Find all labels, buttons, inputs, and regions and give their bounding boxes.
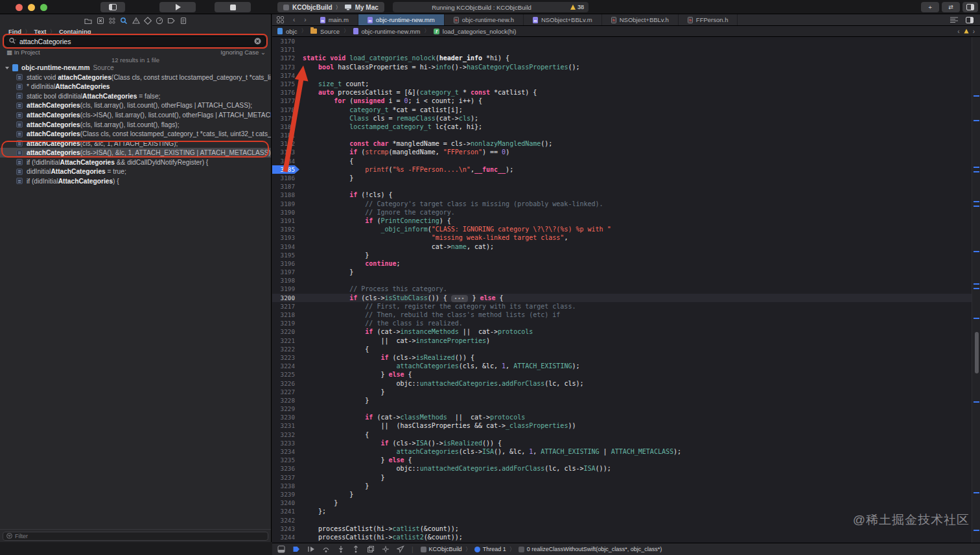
code-text[interactable]: } [299, 482, 369, 490]
code-text[interactable]: // Ignore the category. [299, 208, 455, 217]
code-text[interactable]: auto processCatlist = [&](category_t * c… [299, 88, 537, 97]
continue-icon[interactable] [307, 545, 315, 553]
code-text[interactable] [299, 276, 303, 285]
line-number[interactable]: 3191 [272, 217, 299, 225]
line-number[interactable]: 3241 [272, 507, 299, 515]
code-text[interactable]: { [299, 157, 353, 165]
search-result-row[interactable]: * didInitialAttachCategories [0, 82, 271, 92]
search-result-row[interactable]: static bool didInitialAttachCategories =… [0, 91, 271, 101]
symbols-icon[interactable] [108, 16, 117, 25]
tab-main.m[interactable]: m main.m [311, 14, 358, 25]
tab-NSObject+BBLv.h[interactable]: h NSObject+BBLv.h [602, 14, 679, 25]
code-text[interactable]: } [299, 174, 353, 182]
source-editor[interactable]: 317031713172static void load_categories_… [272, 37, 980, 543]
line-number[interactable]: 3192 [272, 225, 299, 233]
line-number[interactable]: 3177 [272, 97, 299, 105]
toggle-navigator-button[interactable] [100, 2, 125, 12]
tab-objc-runtime-new.mm[interactable]: m objc-runtime-new.mm [358, 14, 445, 25]
search-result-row[interactable]: attachCategories(cls->ISA(), list.array(… [0, 110, 271, 120]
run-button[interactable] [159, 2, 196, 12]
code-text[interactable]: // Then, rebuild the class's method list… [299, 311, 560, 319]
code-text[interactable]: objc::unattachedCategories.addForClass(l… [299, 464, 611, 473]
line-number[interactable]: 3231 [272, 421, 299, 430]
code-text[interactable]: attachCategories(cls->ISA(), &lc, 1, ATT… [299, 447, 681, 456]
debug-gauge-icon[interactable] [155, 16, 164, 25]
related-items-icon[interactable] [272, 14, 288, 25]
line-number[interactable]: 3223 [272, 353, 299, 362]
disclosure-triangle-icon[interactable] [5, 67, 9, 69]
line-number[interactable]: 3228 [272, 396, 299, 405]
close-button[interactable] [16, 4, 23, 11]
code-text[interactable] [299, 71, 303, 80]
line-number[interactable]: 3217 [272, 302, 299, 311]
line-number[interactable]: 3236 [272, 464, 299, 473]
code-text[interactable]: bool hasClassProperties = hi->info()->ha… [299, 63, 580, 71]
line-number[interactable]: 3229 [272, 405, 299, 413]
line-number[interactable]: 3224 [272, 362, 299, 370]
zoom-button[interactable] [40, 4, 47, 11]
code-text[interactable]: } [299, 490, 353, 499]
breakpoints-icon[interactable] [167, 16, 176, 25]
scope-ignoring-case[interactable]: Ignoring Case ⌄ [220, 49, 266, 56]
source-control-icon[interactable] [96, 16, 105, 25]
line-number[interactable]: 3196 [272, 259, 299, 268]
jump-crumb-objc[interactable]: objc [277, 28, 297, 35]
step-over-icon[interactable] [322, 545, 330, 553]
view-hierarchy-icon[interactable] [367, 545, 375, 553]
add-editor-button[interactable]: ＋ [921, 2, 939, 12]
prev-issue-button[interactable]: ‹ [957, 28, 959, 35]
code-text[interactable]: locstamped_category_t lc{cat, hi}; [299, 123, 482, 131]
code-text[interactable]: attachCategories(cls, &lc, 1, ATTACH_EXI… [299, 362, 580, 370]
code-text[interactable]: if (cls->isStubClass()) { ••• } else { [299, 294, 504, 302]
line-number[interactable]: 3226 [272, 379, 299, 388]
reports-icon[interactable] [179, 16, 188, 25]
scrollbar-thumb[interactable] [975, 332, 979, 373]
find-icon[interactable] [119, 16, 128, 25]
result-file-header[interactable]: objc-runtime-new.mm Source [0, 64, 271, 73]
line-number[interactable]: 3194 [272, 242, 299, 251]
line-number[interactable]: 3186 [272, 174, 299, 182]
search-result-row[interactable]: static void attachCategories(Class cls, … [0, 73, 271, 82]
search-result-row[interactable]: attachCategories(cls, list.array(), list… [0, 101, 271, 111]
editor-layout-icon[interactable] [966, 17, 974, 23]
line-number[interactable]: 3182 [272, 139, 299, 148]
code-text[interactable] [299, 405, 303, 413]
line-number[interactable]: 3239 [272, 490, 299, 499]
code-text[interactable]: } [299, 251, 369, 259]
line-number[interactable]: 3180 [272, 123, 299, 131]
clear-search-icon[interactable] [254, 38, 261, 45]
line-number[interactable]: 3219 [272, 319, 299, 327]
search-result-row[interactable]: attachCategories(cls->ISA(), &lc, 1, ATT… [0, 148, 271, 158]
code-text[interactable]: category_t *cat = catlist[i]; [299, 106, 463, 114]
breakpoint-marker[interactable]: 3185 [272, 165, 299, 174]
code-text[interactable]: static void load_categories_nolock(heade… [299, 54, 509, 62]
line-number[interactable]: 3227 [272, 388, 299, 396]
line-number[interactable]: 3172 [272, 54, 299, 62]
line-number[interactable]: 3181 [272, 131, 299, 139]
tab-NSObject+BBLv.m[interactable]: m NSObject+BBLv.m [524, 14, 602, 25]
search-result-row[interactable]: attachCategories(cls, &lc, 1, ATTACH_EXI… [0, 139, 271, 148]
hide-debug-area-icon[interactable] [277, 545, 285, 553]
line-number[interactable]: 3244 [272, 533, 299, 541]
code-text[interactable]: } [299, 396, 369, 405]
code-text[interactable]: } else { [299, 456, 412, 464]
stop-button[interactable] [215, 2, 251, 12]
code-text[interactable]: } [299, 268, 353, 276]
code-text[interactable]: _objc_inform("CLASS: IGNORING category \… [299, 225, 611, 233]
code-text[interactable] [299, 131, 303, 139]
line-number[interactable]: 3218 [272, 311, 299, 319]
code-text[interactable]: continue; [299, 259, 401, 268]
step-into-icon[interactable] [337, 545, 345, 553]
code-text[interactable] [299, 516, 303, 525]
line-number[interactable]: 3200 [272, 294, 299, 302]
search-result-row[interactable]: if (didInitialAttachCategories) { [0, 176, 271, 186]
code-text[interactable]: } [299, 499, 338, 507]
line-number[interactable]: 3187 [272, 182, 299, 191]
code-text[interactable]: const char *mangledName = cls->nonlazyMa… [299, 139, 552, 148]
code-text[interactable] [299, 37, 303, 45]
code-text[interactable]: processCatlist(hi->catlist2(&count)); [299, 533, 463, 541]
project-navigator-icon[interactable] [84, 16, 93, 25]
code-text[interactable]: // First, register the category with its… [299, 302, 576, 311]
swap-editor-button[interactable]: ⇄ [942, 2, 960, 12]
line-number[interactable]: 3197 [272, 268, 299, 276]
